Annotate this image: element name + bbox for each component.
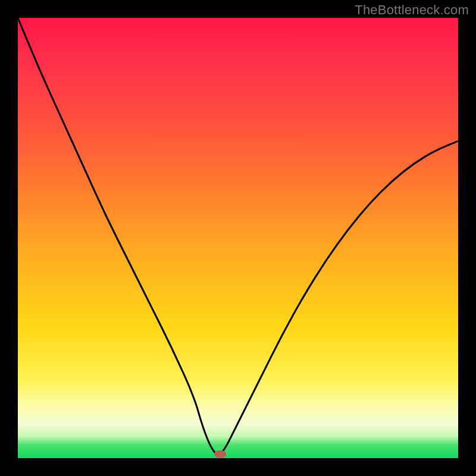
plot-area (18, 18, 458, 458)
curve-path (18, 18, 458, 455)
chart-frame: TheBottleneck.com (0, 0, 476, 476)
minimum-marker (214, 450, 226, 458)
watermark-text: TheBottleneck.com (355, 2, 469, 18)
bottleneck-curve (18, 18, 458, 458)
